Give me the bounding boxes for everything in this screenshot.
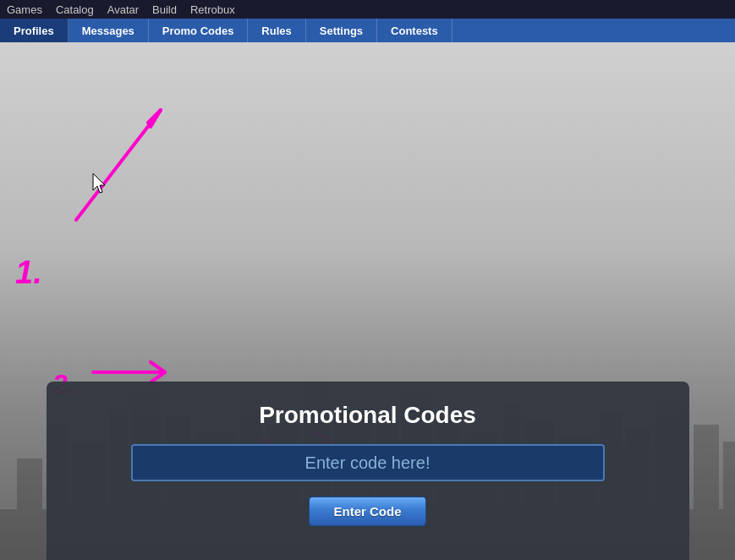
promo-panel: Promotional Codes Enter Code [47,382,689,560]
top-nav-games[interactable]: Games [7,3,42,16]
sub-nav-settings[interactable]: Settings [306,19,377,42]
svg-marker-36 [93,173,105,193]
svg-line-25 [148,110,161,123]
svg-rect-22 [694,425,719,509]
svg-line-24 [76,110,161,220]
sub-nav-messages[interactable]: Messages [69,19,149,42]
promo-title: Promotional Codes [259,402,476,429]
sub-nav-profiles[interactable]: Profiles [0,19,69,42]
top-nav-avatar[interactable]: Avatar [107,3,139,16]
svg-line-26 [151,110,161,127]
sub-nav-contests[interactable]: Contests [377,19,453,42]
top-nav-build[interactable]: Build [152,3,177,16]
svg-text:1.: 1. [15,255,42,290]
sub-nav-rules[interactable]: Rules [248,19,305,42]
top-nav-retrobux[interactable]: Retrobux [190,3,235,16]
enter-code-button[interactable]: Enter Code [309,497,425,526]
top-nav-catalog[interactable]: Catalog [56,3,94,16]
promo-code-input[interactable] [131,444,605,481]
top-nav-bar: Games Catalog Avatar Build Retrobux [0,0,735,19]
sub-nav-bar: Profiles Messages Promo Codes Rules Sett… [0,19,735,42]
svg-rect-1 [17,458,42,509]
main-content: 1. 2. 3. Promotional Codes Enter Code [0,42,735,560]
sub-nav-promo-codes[interactable]: Promo Codes [149,19,249,42]
svg-rect-23 [723,442,735,509]
